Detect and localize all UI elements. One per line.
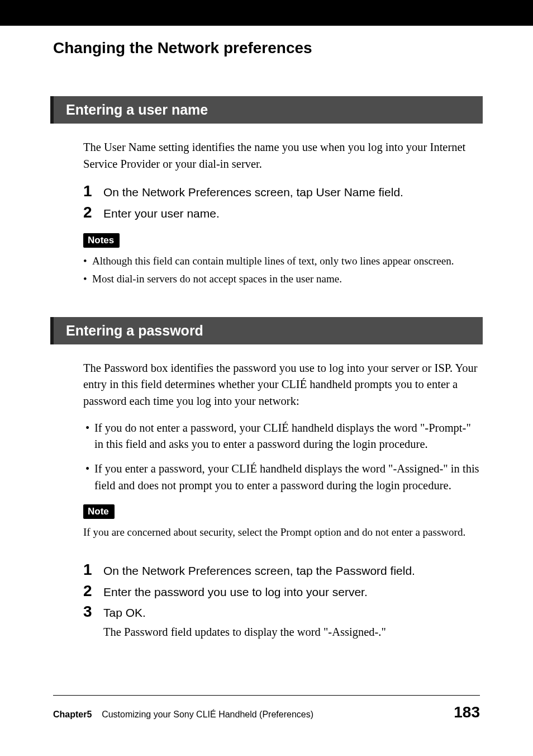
- step-text: On the Network Preferences screen, tap U…: [103, 183, 403, 201]
- step-text: On the Network Preferences screen, tap t…: [103, 562, 415, 580]
- header-bar: [0, 0, 533, 26]
- bullet-text: If you do not enter a password, your CLI…: [94, 422, 471, 451]
- content-area: Changing the Network preferences Enterin…: [0, 39, 533, 640]
- note-item: Most dial-in servers do not accept space…: [83, 271, 480, 287]
- step-text: Enter your user name.: [103, 205, 220, 223]
- footer-title: Customizing your Sony CLIÉ Handheld (Pre…: [102, 710, 313, 719]
- step-number: 1: [83, 182, 103, 200]
- step-text: Enter the password you use to log into y…: [103, 583, 368, 601]
- bullet-text: If you enter a password, your CLIÉ handh…: [94, 462, 479, 492]
- section-heading-user-name: Entering a user name: [50, 96, 483, 124]
- section-heading-password: Entering a password: [50, 317, 483, 344]
- footer-left: Chapter5 Customizing your Sony CLIÉ Hand…: [53, 710, 313, 720]
- section1-intro: The User Name setting identifies the nam…: [83, 139, 480, 172]
- step-number: 2: [83, 204, 103, 221]
- section2-steps: 1 On the Network Preferences screen, tap…: [83, 561, 480, 640]
- step-item-wrapper: 3 Tap OK. The Password field updates to …: [83, 603, 480, 640]
- step-item: 2 Enter your user name.: [83, 204, 480, 223]
- step-subtext: The Password field updates to display th…: [103, 624, 480, 641]
- step-number: 3: [83, 603, 103, 621]
- bullet-item: •If you enter a password, your CLIÉ hand…: [83, 461, 480, 494]
- step-number: 2: [83, 582, 103, 600]
- section2-note-text: If you are concerned about security, sel…: [83, 525, 480, 540]
- step-item: 1 On the Network Preferences screen, tap…: [83, 561, 480, 580]
- note-item: Although this field can contain multiple…: [83, 253, 480, 269]
- step-item: 1 On the Network Preferences screen, tap…: [83, 182, 480, 201]
- footer-chapter: Chapter5: [53, 710, 92, 719]
- notes-label: Notes: [83, 233, 120, 248]
- page-footer: Chapter5 Customizing your Sony CLIÉ Hand…: [53, 695, 480, 721]
- page-title: Changing the Network preferences: [53, 39, 480, 57]
- section1-steps: 1 On the Network Preferences screen, tap…: [83, 182, 480, 222]
- section2-intro: The Password box identifies the password…: [83, 360, 480, 410]
- step-text: Tap OK.: [103, 604, 146, 622]
- step-item: 3 Tap OK.: [83, 603, 480, 622]
- note-label: Note: [83, 504, 115, 519]
- step-item: 2 Enter the password you use to log into…: [83, 582, 480, 601]
- section1-notes: Although this field can contain multiple…: [83, 253, 480, 286]
- bullet-item: •If you do not enter a password, your CL…: [83, 420, 480, 453]
- footer-page-number: 183: [454, 703, 480, 721]
- section2-bullets: •If you do not enter a password, your CL…: [83, 420, 480, 494]
- step-number: 1: [83, 561, 103, 579]
